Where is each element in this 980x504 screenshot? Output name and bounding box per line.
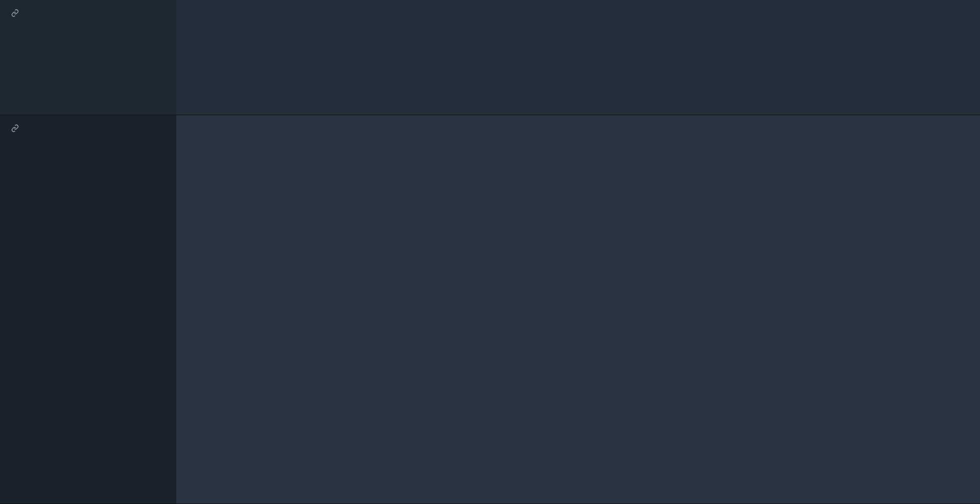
profiler-timeline [0,0,980,504]
section-device-context [0,115,980,504]
link-icon [11,9,19,17]
track-sub-gpu[interactable] [11,21,176,37]
track-sub-process[interactable] [11,152,176,168]
link-icon [11,124,19,132]
sidebar-3d [0,0,176,115]
track-header-device-context[interactable] [11,120,176,136]
track-header-3d[interactable] [11,5,176,21]
sidebar-device-context [0,115,176,503]
timeline-3d[interactable] [176,0,980,115]
timeline-device-context[interactable] [176,115,980,503]
section-3d [0,0,980,115]
track-sub-gpu[interactable] [11,136,176,152]
